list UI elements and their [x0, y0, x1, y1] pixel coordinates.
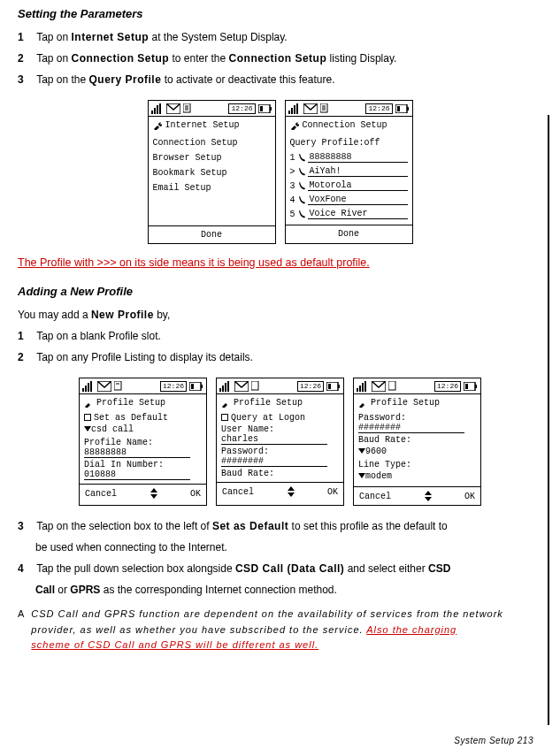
scroll-icon[interactable] [287, 486, 295, 497]
list-row[interactable]: 5Voice River [290, 207, 408, 221]
bold: New Profile [91, 309, 154, 321]
text: Tap on the selection box to the left of [36, 520, 212, 532]
screen-body: Connection Setup Browser Setup Bookmark … [149, 135, 275, 225]
screen-title-row: Connection Setup [286, 117, 412, 135]
svg-marker-46 [288, 493, 295, 497]
screen-body: Set as Default csd call Profile Name: 88… [80, 413, 206, 484]
scroll-icon[interactable] [150, 488, 158, 499]
status-bar: 12:26 [80, 378, 206, 394]
envelope-icon [166, 103, 180, 114]
done-button[interactable]: Done [201, 230, 222, 240]
screen-title: Profile Setup [371, 398, 440, 408]
svg-rect-11 [260, 106, 263, 111]
svg-rect-31 [189, 382, 201, 391]
list-row[interactable]: 3Motorola [290, 179, 408, 193]
done-button[interactable]: Done [338, 229, 359, 239]
menu-item[interactable]: Connection Setup [153, 135, 271, 150]
svg-rect-3 [159, 103, 161, 114]
query-profile[interactable]: Query Profile:off [290, 135, 408, 150]
ok-button[interactable]: OK [190, 489, 201, 499]
label: Password: [358, 413, 476, 423]
profile-name-field[interactable]: 88888888 [84, 447, 190, 458]
screen-footer: Cancel OK [217, 482, 343, 500]
cancel-button[interactable]: Cancel [359, 492, 391, 501]
step-num: 1 [18, 29, 34, 45]
dropdown-icon[interactable] [358, 448, 365, 454]
note-red2: scheme of CSD Call and GPRS will be diff… [31, 639, 318, 650]
svg-rect-12 [288, 111, 290, 114]
signal-icon [288, 103, 301, 114]
screen-connection-setup: 12:26 Connection Setup Query Profile:off… [285, 100, 413, 244]
bold: CSD Call (Data Call) [235, 562, 344, 575]
envelope-icon [372, 381, 386, 392]
text: You may add a [18, 309, 91, 321]
svg-rect-24 [82, 388, 84, 392]
menu-item[interactable]: Bookmark Setup [153, 165, 271, 180]
text: by, [154, 309, 170, 321]
tool-icon [358, 399, 367, 408]
dial-number-field[interactable]: 010888 [84, 470, 190, 480]
screen-title-row: Profile Setup [80, 394, 206, 413]
svg-marker-34 [150, 488, 157, 493]
signal-icon [357, 381, 369, 392]
checkbox-icon[interactable] [221, 414, 228, 421]
note-mark: A [18, 607, 24, 653]
svg-marker-57 [425, 497, 432, 501]
screen-profile-setup-1: 12:26 Profile Setup Set as Default csd c… [79, 378, 207, 506]
list-row[interactable]: >AiYah! [290, 164, 408, 179]
time: 12:26 [365, 103, 392, 114]
step-text: Tap on a blank Profile slot. [36, 330, 161, 342]
row-num: 5 [290, 210, 297, 219]
svg-rect-38 [225, 383, 226, 392]
step-4b-cont: Call or GPRS as the corresponding Intern… [35, 582, 542, 598]
baud-rate-row[interactable]: 9600 [358, 445, 476, 458]
label: User Name: [221, 423, 339, 434]
line-type-row[interactable]: modem [358, 470, 476, 483]
screen-internet-setup: 12:26 Internet Setup Connection Setup Br… [148, 100, 276, 244]
screen-body: Query at Logon User Name: charles Passwo… [217, 413, 343, 482]
ok-button[interactable]: OK [327, 487, 338, 497]
checkbox-icon[interactable] [84, 414, 91, 421]
screen-title-row: Internet Setup [149, 117, 275, 135]
screen-footer: Done [149, 225, 275, 243]
bold: GPRS [70, 584, 100, 596]
password-field[interactable]: ######## [358, 423, 464, 433]
section-title-add-profile: Adding a New Profile [18, 285, 542, 298]
note-line2: provider, as well as whether you have su… [31, 624, 366, 635]
phone-icon [299, 153, 306, 162]
set-default-row[interactable]: Set as Default [84, 413, 202, 423]
menu-item[interactable]: Browser Setup [153, 150, 271, 165]
dropdown-icon[interactable] [358, 473, 365, 478]
screen-body: Password: ######## Baud Rate: 9600 Line … [354, 413, 480, 486]
cancel-button[interactable]: Cancel [222, 487, 254, 497]
bold: Internet Setup [72, 31, 150, 43]
value: 9600 [365, 447, 387, 456]
phone-icon [299, 167, 306, 176]
svg-rect-21 [395, 104, 407, 113]
csd-call-row[interactable]: csd call [84, 423, 202, 436]
dropdown-icon[interactable] [84, 426, 91, 431]
row-val: Voice River [308, 209, 408, 219]
note-icon [114, 381, 123, 392]
scroll-icon[interactable] [424, 491, 433, 501]
list-row[interactable]: 4VoxFone [290, 193, 408, 207]
cancel-button[interactable]: Cancel [85, 489, 117, 499]
step-2: 2 Tap on Connection Setup to enter the C… [18, 50, 542, 66]
svg-rect-13 [291, 108, 293, 114]
list-row[interactable]: 188888888 [290, 150, 408, 164]
label: Password: [221, 445, 339, 456]
ok-button[interactable]: OK [464, 492, 475, 501]
svg-marker-45 [288, 486, 295, 491]
row-val: AiYah! [308, 166, 408, 177]
query-logon-row[interactable]: Query at Logon [221, 413, 339, 423]
text: and select either [344, 562, 428, 575]
step-num: 2 [18, 349, 34, 365]
step-text: Tap on [36, 31, 71, 43]
menu-item[interactable]: Email Setup [153, 180, 271, 195]
username-field[interactable]: charles [221, 434, 327, 445]
row-num: > [290, 167, 297, 177]
svg-rect-26 [88, 383, 89, 392]
step-text: Tap on the [36, 73, 88, 86]
bold: Query Profile [89, 73, 162, 86]
password-field[interactable]: ######## [221, 456, 327, 467]
